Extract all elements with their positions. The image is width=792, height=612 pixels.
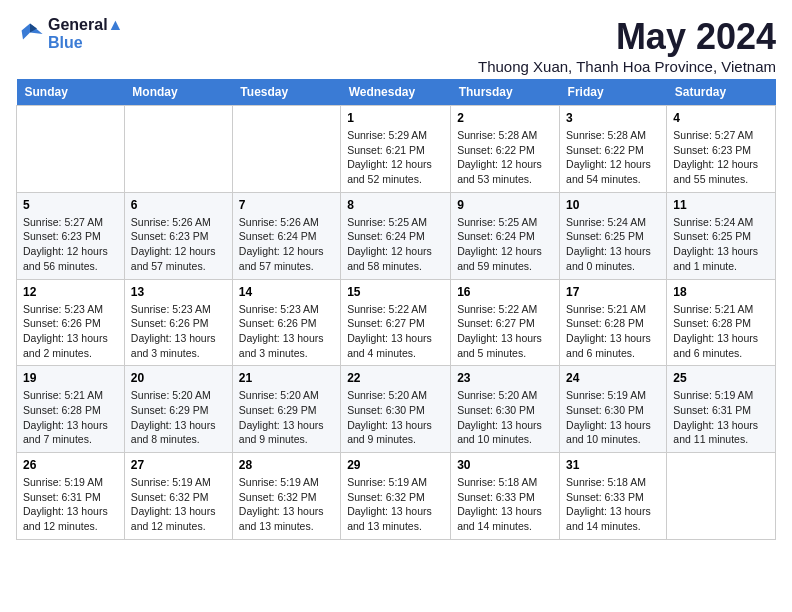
calendar-cell: 22Sunrise: 5:20 AM Sunset: 6:30 PM Dayli… bbox=[341, 366, 451, 453]
day-number: 8 bbox=[347, 198, 444, 212]
month-title: May 2024 bbox=[478, 16, 776, 58]
weekday-header-monday: Monday bbox=[124, 79, 232, 106]
calendar-cell: 18Sunrise: 5:21 AM Sunset: 6:28 PM Dayli… bbox=[667, 279, 776, 366]
day-info: Sunrise: 5:25 AM Sunset: 6:24 PM Dayligh… bbox=[457, 215, 553, 274]
day-number: 24 bbox=[566, 371, 660, 385]
weekday-header-sunday: Sunday bbox=[17, 79, 125, 106]
day-number: 1 bbox=[347, 111, 444, 125]
day-info: Sunrise: 5:23 AM Sunset: 6:26 PM Dayligh… bbox=[239, 302, 334, 361]
calendar-week-4: 19Sunrise: 5:21 AM Sunset: 6:28 PM Dayli… bbox=[17, 366, 776, 453]
calendar-cell: 11Sunrise: 5:24 AM Sunset: 6:25 PM Dayli… bbox=[667, 192, 776, 279]
calendar-cell: 13Sunrise: 5:23 AM Sunset: 6:26 PM Dayli… bbox=[124, 279, 232, 366]
day-info: Sunrise: 5:29 AM Sunset: 6:21 PM Dayligh… bbox=[347, 128, 444, 187]
day-number: 28 bbox=[239, 458, 334, 472]
day-number: 16 bbox=[457, 285, 553, 299]
day-info: Sunrise: 5:24 AM Sunset: 6:25 PM Dayligh… bbox=[566, 215, 660, 274]
calendar-cell: 9Sunrise: 5:25 AM Sunset: 6:24 PM Daylig… bbox=[451, 192, 560, 279]
calendar-cell: 25Sunrise: 5:19 AM Sunset: 6:31 PM Dayli… bbox=[667, 366, 776, 453]
day-number: 10 bbox=[566, 198, 660, 212]
day-number: 22 bbox=[347, 371, 444, 385]
calendar-cell: 28Sunrise: 5:19 AM Sunset: 6:32 PM Dayli… bbox=[232, 453, 340, 540]
day-number: 25 bbox=[673, 371, 769, 385]
calendar-cell: 15Sunrise: 5:22 AM Sunset: 6:27 PM Dayli… bbox=[341, 279, 451, 366]
day-info: Sunrise: 5:20 AM Sunset: 6:30 PM Dayligh… bbox=[457, 388, 553, 447]
day-info: Sunrise: 5:28 AM Sunset: 6:22 PM Dayligh… bbox=[566, 128, 660, 187]
day-info: Sunrise: 5:27 AM Sunset: 6:23 PM Dayligh… bbox=[673, 128, 769, 187]
calendar-cell: 30Sunrise: 5:18 AM Sunset: 6:33 PM Dayli… bbox=[451, 453, 560, 540]
day-info: Sunrise: 5:27 AM Sunset: 6:23 PM Dayligh… bbox=[23, 215, 118, 274]
day-info: Sunrise: 5:19 AM Sunset: 6:32 PM Dayligh… bbox=[131, 475, 226, 534]
calendar-body: 1Sunrise: 5:29 AM Sunset: 6:21 PM Daylig… bbox=[17, 106, 776, 540]
logo: General▲ Blue bbox=[16, 16, 123, 52]
day-number: 27 bbox=[131, 458, 226, 472]
calendar-cell: 24Sunrise: 5:19 AM Sunset: 6:30 PM Dayli… bbox=[560, 366, 667, 453]
calendar-cell: 12Sunrise: 5:23 AM Sunset: 6:26 PM Dayli… bbox=[17, 279, 125, 366]
calendar-week-2: 5Sunrise: 5:27 AM Sunset: 6:23 PM Daylig… bbox=[17, 192, 776, 279]
weekday-header-thursday: Thursday bbox=[451, 79, 560, 106]
day-number: 11 bbox=[673, 198, 769, 212]
day-number: 17 bbox=[566, 285, 660, 299]
calendar-cell: 23Sunrise: 5:20 AM Sunset: 6:30 PM Dayli… bbox=[451, 366, 560, 453]
weekday-header-wednesday: Wednesday bbox=[341, 79, 451, 106]
location-title: Thuong Xuan, Thanh Hoa Province, Vietnam bbox=[478, 58, 776, 75]
calendar-cell: 27Sunrise: 5:19 AM Sunset: 6:32 PM Dayli… bbox=[124, 453, 232, 540]
weekday-header-row: SundayMondayTuesdayWednesdayThursdayFrid… bbox=[17, 79, 776, 106]
day-info: Sunrise: 5:19 AM Sunset: 6:32 PM Dayligh… bbox=[239, 475, 334, 534]
day-info: Sunrise: 5:26 AM Sunset: 6:24 PM Dayligh… bbox=[239, 215, 334, 274]
calendar-cell: 8Sunrise: 5:25 AM Sunset: 6:24 PM Daylig… bbox=[341, 192, 451, 279]
day-number: 9 bbox=[457, 198, 553, 212]
day-info: Sunrise: 5:22 AM Sunset: 6:27 PM Dayligh… bbox=[457, 302, 553, 361]
day-info: Sunrise: 5:20 AM Sunset: 6:29 PM Dayligh… bbox=[131, 388, 226, 447]
calendar-cell: 19Sunrise: 5:21 AM Sunset: 6:28 PM Dayli… bbox=[17, 366, 125, 453]
day-number: 18 bbox=[673, 285, 769, 299]
day-number: 6 bbox=[131, 198, 226, 212]
calendar-cell: 29Sunrise: 5:19 AM Sunset: 6:32 PM Dayli… bbox=[341, 453, 451, 540]
day-info: Sunrise: 5:24 AM Sunset: 6:25 PM Dayligh… bbox=[673, 215, 769, 274]
day-info: Sunrise: 5:19 AM Sunset: 6:31 PM Dayligh… bbox=[23, 475, 118, 534]
weekday-header-saturday: Saturday bbox=[667, 79, 776, 106]
calendar-cell: 31Sunrise: 5:18 AM Sunset: 6:33 PM Dayli… bbox=[560, 453, 667, 540]
day-number: 2 bbox=[457, 111, 553, 125]
calendar-cell: 20Sunrise: 5:20 AM Sunset: 6:29 PM Dayli… bbox=[124, 366, 232, 453]
day-info: Sunrise: 5:28 AM Sunset: 6:22 PM Dayligh… bbox=[457, 128, 553, 187]
day-number: 31 bbox=[566, 458, 660, 472]
day-number: 15 bbox=[347, 285, 444, 299]
calendar-cell: 17Sunrise: 5:21 AM Sunset: 6:28 PM Dayli… bbox=[560, 279, 667, 366]
day-number: 13 bbox=[131, 285, 226, 299]
day-info: Sunrise: 5:22 AM Sunset: 6:27 PM Dayligh… bbox=[347, 302, 444, 361]
calendar-week-1: 1Sunrise: 5:29 AM Sunset: 6:21 PM Daylig… bbox=[17, 106, 776, 193]
calendar-cell: 4Sunrise: 5:27 AM Sunset: 6:23 PM Daylig… bbox=[667, 106, 776, 193]
day-info: Sunrise: 5:19 AM Sunset: 6:32 PM Dayligh… bbox=[347, 475, 444, 534]
day-info: Sunrise: 5:19 AM Sunset: 6:30 PM Dayligh… bbox=[566, 388, 660, 447]
calendar-week-3: 12Sunrise: 5:23 AM Sunset: 6:26 PM Dayli… bbox=[17, 279, 776, 366]
day-number: 21 bbox=[239, 371, 334, 385]
weekday-header-tuesday: Tuesday bbox=[232, 79, 340, 106]
calendar-cell: 6Sunrise: 5:26 AM Sunset: 6:23 PM Daylig… bbox=[124, 192, 232, 279]
calendar-cell: 2Sunrise: 5:28 AM Sunset: 6:22 PM Daylig… bbox=[451, 106, 560, 193]
day-info: Sunrise: 5:18 AM Sunset: 6:33 PM Dayligh… bbox=[457, 475, 553, 534]
day-info: Sunrise: 5:19 AM Sunset: 6:31 PM Dayligh… bbox=[673, 388, 769, 447]
calendar-cell: 5Sunrise: 5:27 AM Sunset: 6:23 PM Daylig… bbox=[17, 192, 125, 279]
day-info: Sunrise: 5:21 AM Sunset: 6:28 PM Dayligh… bbox=[566, 302, 660, 361]
day-info: Sunrise: 5:25 AM Sunset: 6:24 PM Dayligh… bbox=[347, 215, 444, 274]
day-number: 3 bbox=[566, 111, 660, 125]
header: General▲ Blue May 2024 Thuong Xuan, Than… bbox=[16, 16, 776, 75]
weekday-header-friday: Friday bbox=[560, 79, 667, 106]
calendar-table: SundayMondayTuesdayWednesdayThursdayFrid… bbox=[16, 79, 776, 540]
calendar-cell: 1Sunrise: 5:29 AM Sunset: 6:21 PM Daylig… bbox=[341, 106, 451, 193]
calendar-cell: 3Sunrise: 5:28 AM Sunset: 6:22 PM Daylig… bbox=[560, 106, 667, 193]
day-number: 4 bbox=[673, 111, 769, 125]
logo-icon bbox=[16, 20, 44, 48]
day-info: Sunrise: 5:18 AM Sunset: 6:33 PM Dayligh… bbox=[566, 475, 660, 534]
day-number: 12 bbox=[23, 285, 118, 299]
day-number: 14 bbox=[239, 285, 334, 299]
day-number: 7 bbox=[239, 198, 334, 212]
day-number: 30 bbox=[457, 458, 553, 472]
day-info: Sunrise: 5:20 AM Sunset: 6:30 PM Dayligh… bbox=[347, 388, 444, 447]
day-info: Sunrise: 5:20 AM Sunset: 6:29 PM Dayligh… bbox=[239, 388, 334, 447]
day-number: 5 bbox=[23, 198, 118, 212]
day-info: Sunrise: 5:23 AM Sunset: 6:26 PM Dayligh… bbox=[23, 302, 118, 361]
day-info: Sunrise: 5:26 AM Sunset: 6:23 PM Dayligh… bbox=[131, 215, 226, 274]
calendar-cell: 7Sunrise: 5:26 AM Sunset: 6:24 PM Daylig… bbox=[232, 192, 340, 279]
day-number: 29 bbox=[347, 458, 444, 472]
